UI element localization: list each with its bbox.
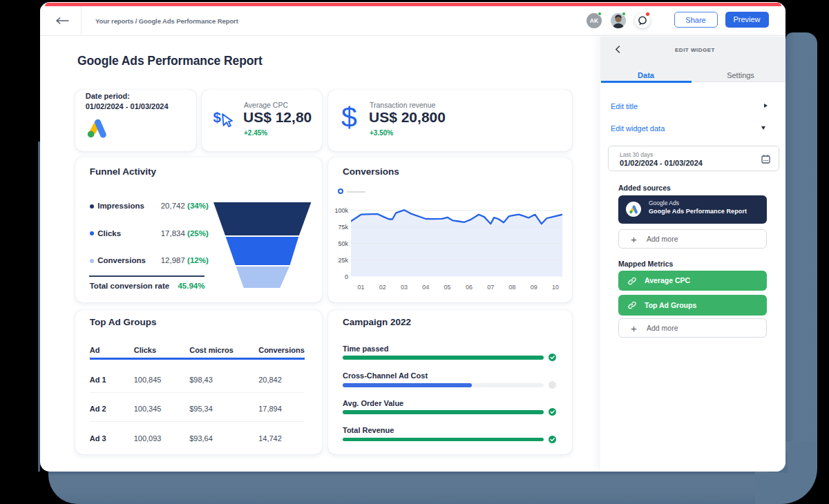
svg-text:$: $ <box>341 102 357 133</box>
svg-text:$: $ <box>213 108 222 124</box>
